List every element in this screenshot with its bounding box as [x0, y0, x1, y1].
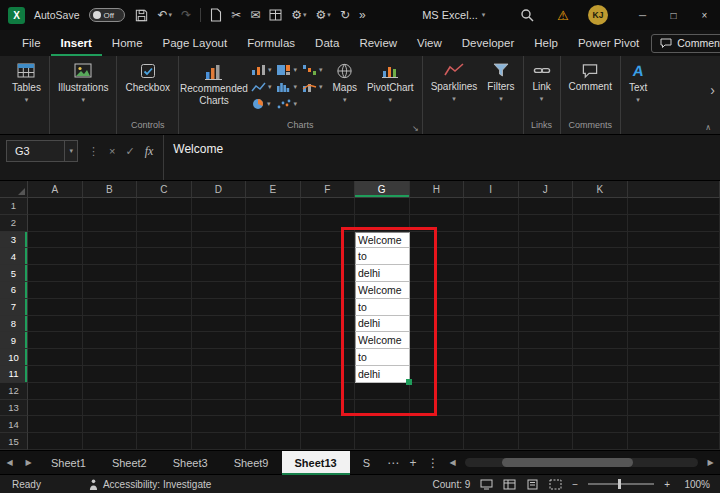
cell-i12[interactable]	[464, 383, 519, 400]
page-break-view-button[interactable]	[549, 479, 562, 490]
cell-i8[interactable]	[464, 316, 519, 333]
row-header-13[interactable]: 13	[0, 400, 28, 417]
cell-k11[interactable]	[573, 366, 628, 383]
cell-f5[interactable]	[301, 265, 356, 282]
cell-k5[interactable]	[573, 265, 628, 282]
cell-i6[interactable]	[464, 282, 519, 299]
column-header-f[interactable]: F	[301, 181, 356, 198]
app-title[interactable]: MS Excel... ▾	[422, 9, 485, 21]
cell-c9[interactable]	[137, 332, 192, 349]
cell-b9[interactable]	[83, 332, 138, 349]
cell-b3[interactable]	[83, 232, 138, 249]
cancel-button[interactable]: ×	[109, 145, 115, 157]
cell-e11[interactable]	[246, 366, 301, 383]
cell-j2[interactable]	[519, 215, 574, 232]
cell-i11[interactable]	[464, 366, 519, 383]
formula-input[interactable]: Welcome	[163, 135, 720, 180]
cell-e1[interactable]	[246, 198, 301, 215]
chevron-down-icon[interactable]: ▾	[64, 141, 77, 161]
cell-d9[interactable]	[192, 332, 247, 349]
cell-g12[interactable]	[355, 383, 410, 400]
cell-j11[interactable]	[519, 366, 574, 383]
row-header-10[interactable]: 10	[0, 349, 28, 366]
cell-h12[interactable]	[410, 383, 465, 400]
cell-k13[interactable]	[573, 400, 628, 417]
cell-f13[interactable]	[301, 400, 356, 417]
checkbox-button[interactable]: Checkbox	[120, 58, 174, 94]
cell-d6[interactable]	[192, 282, 247, 299]
tab-formulas[interactable]: Formulas	[237, 30, 305, 56]
cell-i10[interactable]	[464, 349, 519, 366]
cell-h1[interactable]	[410, 198, 465, 215]
cell-i5[interactable]	[464, 265, 519, 282]
cell-b14[interactable]	[83, 416, 138, 433]
cell-d15[interactable]	[192, 433, 247, 450]
cell-a7[interactable]	[28, 299, 83, 316]
next-sheet-button[interactable]: ▶	[19, 458, 38, 467]
cell-c11[interactable]	[137, 366, 192, 383]
cell-d12[interactable]	[192, 383, 247, 400]
cell-e5[interactable]	[246, 265, 301, 282]
cell-g8[interactable]: delhi	[355, 316, 410, 333]
cell-j14[interactable]	[519, 416, 574, 433]
cell-i1[interactable]	[464, 198, 519, 215]
cell-i2[interactable]	[464, 215, 519, 232]
sheet-tab-sheet1[interactable]: Sheet1	[38, 451, 99, 475]
cell-k2[interactable]	[573, 215, 628, 232]
cell-a14[interactable]	[28, 416, 83, 433]
cell-j3[interactable]	[519, 232, 574, 249]
cell-b7[interactable]	[83, 299, 138, 316]
warning-icon[interactable]: ⚠	[557, 8, 569, 23]
link-button[interactable]: Link ▾	[527, 58, 557, 103]
cell-e3[interactable]	[246, 232, 301, 249]
row-header-2[interactable]: 2	[0, 215, 28, 232]
cell-h6[interactable]	[410, 282, 465, 299]
row-header-11[interactable]: 11	[0, 366, 28, 383]
tab-review[interactable]: Review	[349, 30, 407, 56]
cell-a13[interactable]	[28, 400, 83, 417]
column-header-g[interactable]: G	[355, 181, 410, 198]
cell-b2[interactable]	[83, 215, 138, 232]
cell-g11[interactable]: delhi	[355, 366, 410, 383]
document-button[interactable]	[210, 8, 222, 22]
column-header-k[interactable]: K	[573, 181, 628, 198]
cell-e10[interactable]	[246, 349, 301, 366]
sparklines-button[interactable]: Sparklines ▾	[426, 58, 483, 103]
display-settings-button[interactable]	[480, 479, 493, 490]
tab-data[interactable]: Data	[305, 30, 349, 56]
cell-g15[interactable]	[355, 433, 410, 450]
cell-g3[interactable]: Welcome	[355, 232, 410, 249]
maximize-button[interactable]: □	[658, 0, 689, 30]
cell-a1[interactable]	[28, 198, 83, 215]
tab-view[interactable]: View	[407, 30, 452, 56]
column-header-d[interactable]: D	[192, 181, 247, 198]
cell-a11[interactable]	[28, 366, 83, 383]
cell-b13[interactable]	[83, 400, 138, 417]
scatter-chart-button[interactable]: ▾	[276, 96, 297, 111]
cell-h14[interactable]	[410, 416, 465, 433]
cell-c15[interactable]	[137, 433, 192, 450]
cell-g6[interactable]: Welcome	[355, 282, 410, 299]
close-button[interactable]: ×	[689, 0, 720, 30]
cell-c5[interactable]	[137, 265, 192, 282]
cell-d4[interactable]	[192, 248, 247, 265]
cell-c1[interactable]	[137, 198, 192, 215]
settings-button[interactable]: ⚙ ▾	[291, 8, 306, 22]
autosave-toggle[interactable]: Off	[89, 8, 125, 22]
horizontal-scrollbar[interactable]	[465, 458, 698, 467]
cell-f1[interactable]	[301, 198, 356, 215]
cell-e14[interactable]	[246, 416, 301, 433]
cell-g7[interactable]: to	[355, 299, 410, 316]
add-sheet-button[interactable]: +	[403, 456, 423, 470]
cell-a8[interactable]	[28, 316, 83, 333]
cell-b8[interactable]	[83, 316, 138, 333]
collapse-ribbon-button[interactable]: ∧	[705, 123, 711, 132]
cell-c13[interactable]	[137, 400, 192, 417]
cell-g1[interactable]	[355, 198, 410, 215]
normal-view-button[interactable]	[503, 479, 516, 490]
cell-a15[interactable]	[28, 433, 83, 450]
waterfall-chart-button[interactable]: ▾	[302, 62, 323, 77]
cell-k7[interactable]	[573, 299, 628, 316]
pivotchart-button[interactable]: PivotChart ▾	[362, 58, 419, 104]
cell-b4[interactable]	[83, 248, 138, 265]
